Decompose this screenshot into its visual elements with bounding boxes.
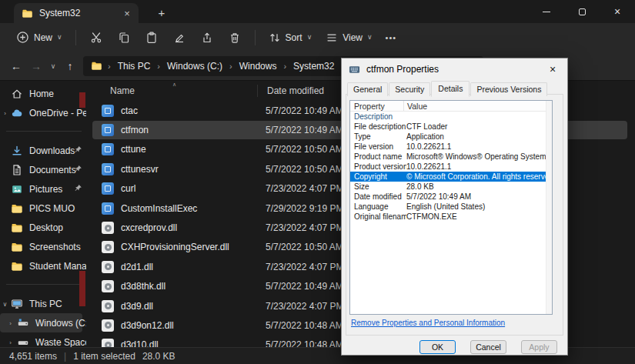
rename-button[interactable] [168, 26, 191, 49]
selection-count: 1 item selected [73, 351, 135, 362]
property-row-selected[interactable]: Copyright© Microsoft Corporation. All ri… [350, 172, 546, 182]
copy-button[interactable] [112, 26, 135, 49]
property-value: Microsoft® Windows® Operating System [406, 152, 546, 161]
recent-locations-button[interactable]: ∨ [46, 56, 60, 76]
explorer-tab[interactable]: System32 × [14, 3, 139, 23]
copy-icon [118, 32, 130, 44]
property-value: CTFMON.EXE [406, 212, 546, 221]
command-toolbar: New ∨ Sort ∨ View ∨ ••• [0, 23, 635, 52]
more-options-button[interactable]: ••• [379, 30, 403, 45]
new-button-label: New [34, 32, 52, 43]
column-header-name[interactable]: Name [110, 85, 257, 96]
new-button[interactable]: New ∨ [9, 27, 69, 48]
sidebar-item-documents[interactable]: Documents [0, 160, 86, 179]
chevron-right-icon[interactable]: › [7, 319, 14, 326]
maximize-button[interactable] [564, 0, 600, 23]
property-name: Original filename [350, 212, 406, 221]
dialog-close-button[interactable]: × [541, 59, 564, 79]
dialog-title-bar[interactable]: ctfmon Properties × [342, 58, 567, 80]
sidebar-separator [0, 122, 86, 141]
tab-security[interactable]: Security [389, 82, 430, 96]
forward-button[interactable]: → [26, 56, 46, 76]
scissors-icon [90, 32, 102, 44]
drive-icon [17, 336, 29, 348]
sidebar-item-onedrive[interactable]: › OneDrive - Perso [0, 103, 86, 122]
sidebar-item-home[interactable]: Home [0, 84, 86, 103]
cut-button[interactable] [85, 26, 108, 49]
tab-general[interactable]: General [347, 82, 388, 96]
property-row[interactable]: Size28.0 KB [350, 182, 546, 192]
sidebar-item-desktop[interactable]: Desktop [0, 218, 86, 237]
sidebar-item-pictures[interactable]: Pictures [0, 179, 86, 199]
property-row[interactable]: TypeApplication [350, 132, 546, 142]
file-date: 5/7/2022 10:48 AM [266, 320, 343, 331]
breadcrumb-windows[interactable]: Windows [238, 60, 279, 72]
chevron-down-icon: ∨ [307, 34, 312, 41]
share-button[interactable] [196, 26, 219, 49]
view-list-icon [326, 32, 338, 44]
sidebar-item-label: Home [29, 88, 54, 99]
chevron-right-icon: › [2, 109, 8, 116]
folder-icon [11, 241, 23, 253]
sidebar-item-student-manager[interactable]: Student Manage [0, 256, 86, 276]
properties-listview: Property Value Description File descript… [349, 100, 553, 315]
sidebar-item-label: Windows (C:) [35, 318, 86, 329]
scrollbar[interactable] [546, 101, 552, 314]
column-header-date-modified[interactable]: Date modified [257, 85, 324, 97]
property-row[interactable]: Date modified5/7/2022 10:49 AM [350, 192, 546, 202]
close-button[interactable]: × [600, 0, 635, 23]
tab-details[interactable]: Details [431, 81, 470, 97]
sidebar-item-waste-space[interactable]: › Waste Space [0, 332, 86, 347]
sidebar-item-label: Downloads [29, 145, 75, 156]
breadcrumb-windows-c[interactable]: Windows (C:) [165, 60, 224, 72]
minimize-button[interactable] [529, 0, 564, 23]
property-row[interactable]: Original filenameCTFMON.EXE [350, 212, 546, 222]
breadcrumb-this-pc[interactable]: This PC [116, 60, 152, 72]
pin-icon [74, 145, 82, 156]
breadcrumb-system32[interactable]: System32 [292, 60, 336, 72]
paste-button[interactable] [140, 26, 163, 49]
sidebar-item-label: Waste Space [35, 337, 86, 348]
cancel-button[interactable]: Cancel [470, 340, 506, 354]
properties-dialog: ctfmon Properties × General Security Det… [341, 58, 568, 356]
sidebar-item-downloads[interactable]: Downloads [0, 141, 86, 160]
toolbar-divider [255, 30, 256, 45]
dll-icon [102, 280, 114, 292]
delete-button[interactable] [223, 26, 246, 49]
property-row[interactable]: LanguageEnglish (United States) [350, 202, 546, 212]
property-name: Language [350, 202, 406, 211]
property-row[interactable]: File version10.0.22621.1 [350, 142, 546, 152]
sidebar-item-screenshots[interactable]: Screenshots [0, 237, 86, 256]
property-row[interactable]: File descriptionCTF Loader [350, 122, 546, 132]
up-button[interactable]: ↑ [60, 56, 80, 76]
application-icon [102, 202, 114, 215]
application-icon [102, 124, 114, 136]
apply-button[interactable]: Apply [521, 340, 557, 354]
sidebar-item-windows-c[interactable]: › Windows (C:) [0, 313, 82, 332]
chevron-down-icon[interactable]: ∨ [2, 300, 8, 307]
back-button[interactable]: ← [6, 56, 26, 76]
property-value: 10.0.22621.1 [406, 142, 546, 151]
sort-button[interactable]: Sort ∨ [262, 28, 319, 48]
picture-icon [11, 183, 23, 195]
column-header-value[interactable]: Value [403, 101, 546, 111]
sidebar-item-label: Screenshots [29, 242, 81, 252]
sidebar-item-this-pc[interactable]: ∨ This PC [0, 294, 86, 313]
title-bar[interactable]: System32 × + × [0, 0, 635, 23]
ok-button[interactable]: OK [419, 340, 456, 354]
property-row[interactable]: Product version10.0.22621.1 [350, 162, 546, 172]
column-header-property[interactable]: Property [350, 101, 403, 111]
view-button[interactable]: View ∨ [319, 28, 379, 48]
remove-properties-link[interactable]: Remove Properties and Personal Informati… [351, 319, 505, 327]
chevron-right-icon: › [157, 62, 160, 71]
tab-previous-versions[interactable]: Previous Versions [470, 82, 547, 96]
tab-close-icon[interactable]: × [120, 6, 134, 20]
chevron-right-icon[interactable]: › [7, 339, 14, 346]
property-row[interactable]: Product nameMicrosoft® Windows® Operatin… [350, 152, 546, 162]
chevron-right-icon: › [229, 62, 232, 71]
new-tab-button[interactable]: + [152, 3, 171, 22]
file-name: d3d9.dll [121, 301, 266, 312]
sidebar-item-pics-muo[interactable]: PICS MUO [0, 199, 86, 218]
dll-icon [102, 319, 114, 332]
file-name: cxcredprov.dll [121, 222, 266, 233]
